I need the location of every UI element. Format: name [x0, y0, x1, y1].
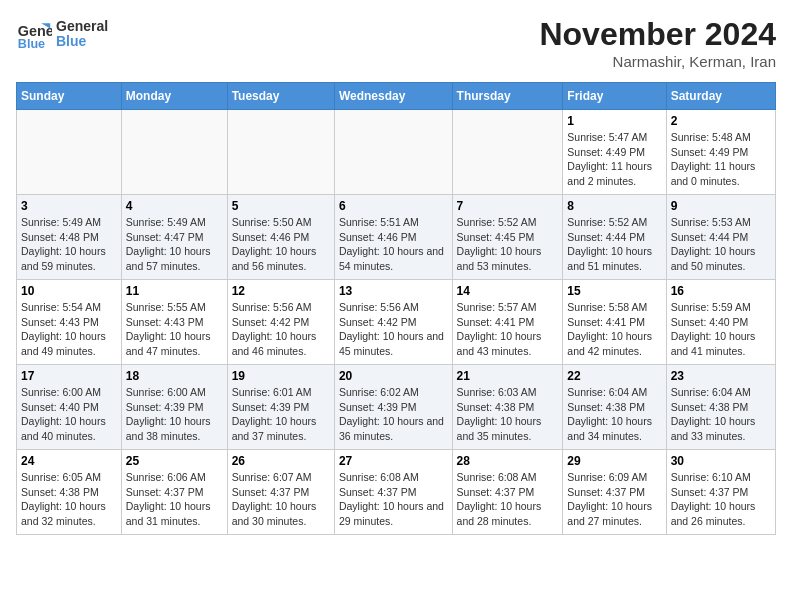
day-info: Sunrise: 6:09 AM Sunset: 4:37 PM Dayligh…	[567, 470, 661, 529]
calendar-header: SundayMondayTuesdayWednesdayThursdayFrid…	[17, 83, 776, 110]
calendar-cell: 26Sunrise: 6:07 AM Sunset: 4:37 PM Dayli…	[227, 450, 334, 535]
calendar-cell: 1Sunrise: 5:47 AM Sunset: 4:49 PM Daylig…	[563, 110, 666, 195]
day-number: 27	[339, 454, 448, 468]
day-info: Sunrise: 5:52 AM Sunset: 4:45 PM Dayligh…	[457, 215, 559, 274]
day-number: 18	[126, 369, 223, 383]
calendar-cell: 8Sunrise: 5:52 AM Sunset: 4:44 PM Daylig…	[563, 195, 666, 280]
calendar-cell: 9Sunrise: 5:53 AM Sunset: 4:44 PM Daylig…	[666, 195, 775, 280]
calendar-cell: 20Sunrise: 6:02 AM Sunset: 4:39 PM Dayli…	[334, 365, 452, 450]
svg-text:Blue: Blue	[18, 37, 45, 51]
weekday-header-tuesday: Tuesday	[227, 83, 334, 110]
calendar-cell: 14Sunrise: 5:57 AM Sunset: 4:41 PM Dayli…	[452, 280, 563, 365]
day-number: 6	[339, 199, 448, 213]
calendar-cell: 7Sunrise: 5:52 AM Sunset: 4:45 PM Daylig…	[452, 195, 563, 280]
day-number: 14	[457, 284, 559, 298]
day-number: 8	[567, 199, 661, 213]
day-info: Sunrise: 5:48 AM Sunset: 4:49 PM Dayligh…	[671, 130, 771, 189]
calendar-cell	[17, 110, 122, 195]
weekday-header-saturday: Saturday	[666, 83, 775, 110]
calendar-cell: 5Sunrise: 5:50 AM Sunset: 4:46 PM Daylig…	[227, 195, 334, 280]
day-info: Sunrise: 6:04 AM Sunset: 4:38 PM Dayligh…	[567, 385, 661, 444]
calendar-cell	[334, 110, 452, 195]
calendar-cell: 28Sunrise: 6:08 AM Sunset: 4:37 PM Dayli…	[452, 450, 563, 535]
logo-icon: General Blue	[16, 16, 52, 52]
day-number: 17	[21, 369, 117, 383]
day-info: Sunrise: 5:52 AM Sunset: 4:44 PM Dayligh…	[567, 215, 661, 274]
calendar-cell: 12Sunrise: 5:56 AM Sunset: 4:42 PM Dayli…	[227, 280, 334, 365]
calendar-body: 1Sunrise: 5:47 AM Sunset: 4:49 PM Daylig…	[17, 110, 776, 535]
day-number: 1	[567, 114, 661, 128]
day-info: Sunrise: 5:57 AM Sunset: 4:41 PM Dayligh…	[457, 300, 559, 359]
day-info: Sunrise: 6:02 AM Sunset: 4:39 PM Dayligh…	[339, 385, 448, 444]
weekday-header-wednesday: Wednesday	[334, 83, 452, 110]
calendar-cell: 18Sunrise: 6:00 AM Sunset: 4:39 PM Dayli…	[121, 365, 227, 450]
day-info: Sunrise: 5:56 AM Sunset: 4:42 PM Dayligh…	[232, 300, 330, 359]
calendar-cell: 6Sunrise: 5:51 AM Sunset: 4:46 PM Daylig…	[334, 195, 452, 280]
title-block: November 2024 Narmashir, Kerman, Iran	[539, 16, 776, 70]
day-number: 10	[21, 284, 117, 298]
calendar-cell: 23Sunrise: 6:04 AM Sunset: 4:38 PM Dayli…	[666, 365, 775, 450]
day-number: 30	[671, 454, 771, 468]
logo-line2: Blue	[56, 34, 108, 49]
calendar-cell: 24Sunrise: 6:05 AM Sunset: 4:38 PM Dayli…	[17, 450, 122, 535]
calendar-cell: 25Sunrise: 6:06 AM Sunset: 4:37 PM Dayli…	[121, 450, 227, 535]
day-info: Sunrise: 5:50 AM Sunset: 4:46 PM Dayligh…	[232, 215, 330, 274]
day-number: 13	[339, 284, 448, 298]
logo: General Blue General Blue	[16, 16, 108, 52]
weekday-header-thursday: Thursday	[452, 83, 563, 110]
calendar-cell: 16Sunrise: 5:59 AM Sunset: 4:40 PM Dayli…	[666, 280, 775, 365]
day-number: 2	[671, 114, 771, 128]
weekday-header-friday: Friday	[563, 83, 666, 110]
day-number: 28	[457, 454, 559, 468]
day-number: 3	[21, 199, 117, 213]
day-info: Sunrise: 5:58 AM Sunset: 4:41 PM Dayligh…	[567, 300, 661, 359]
calendar-cell: 2Sunrise: 5:48 AM Sunset: 4:49 PM Daylig…	[666, 110, 775, 195]
calendar-cell: 11Sunrise: 5:55 AM Sunset: 4:43 PM Dayli…	[121, 280, 227, 365]
day-info: Sunrise: 6:01 AM Sunset: 4:39 PM Dayligh…	[232, 385, 330, 444]
logo-text: General Blue	[56, 19, 108, 50]
day-info: Sunrise: 5:56 AM Sunset: 4:42 PM Dayligh…	[339, 300, 448, 359]
calendar-cell: 29Sunrise: 6:09 AM Sunset: 4:37 PM Dayli…	[563, 450, 666, 535]
logo-line1: General	[56, 19, 108, 34]
weekday-header-sunday: Sunday	[17, 83, 122, 110]
calendar-cell: 15Sunrise: 5:58 AM Sunset: 4:41 PM Dayli…	[563, 280, 666, 365]
calendar-week-4: 24Sunrise: 6:05 AM Sunset: 4:38 PM Dayli…	[17, 450, 776, 535]
page-subtitle: Narmashir, Kerman, Iran	[539, 53, 776, 70]
weekday-header-monday: Monday	[121, 83, 227, 110]
page-header: General Blue General Blue November 2024 …	[16, 16, 776, 70]
calendar-cell: 27Sunrise: 6:08 AM Sunset: 4:37 PM Dayli…	[334, 450, 452, 535]
calendar-cell: 22Sunrise: 6:04 AM Sunset: 4:38 PM Dayli…	[563, 365, 666, 450]
day-info: Sunrise: 5:54 AM Sunset: 4:43 PM Dayligh…	[21, 300, 117, 359]
day-info: Sunrise: 6:00 AM Sunset: 4:40 PM Dayligh…	[21, 385, 117, 444]
day-number: 7	[457, 199, 559, 213]
day-info: Sunrise: 5:51 AM Sunset: 4:46 PM Dayligh…	[339, 215, 448, 274]
day-number: 23	[671, 369, 771, 383]
day-number: 21	[457, 369, 559, 383]
calendar-week-0: 1Sunrise: 5:47 AM Sunset: 4:49 PM Daylig…	[17, 110, 776, 195]
day-info: Sunrise: 5:55 AM Sunset: 4:43 PM Dayligh…	[126, 300, 223, 359]
day-info: Sunrise: 6:05 AM Sunset: 4:38 PM Dayligh…	[21, 470, 117, 529]
day-info: Sunrise: 6:03 AM Sunset: 4:38 PM Dayligh…	[457, 385, 559, 444]
calendar-cell	[227, 110, 334, 195]
day-info: Sunrise: 5:59 AM Sunset: 4:40 PM Dayligh…	[671, 300, 771, 359]
day-info: Sunrise: 6:07 AM Sunset: 4:37 PM Dayligh…	[232, 470, 330, 529]
calendar-cell: 10Sunrise: 5:54 AM Sunset: 4:43 PM Dayli…	[17, 280, 122, 365]
day-info: Sunrise: 6:06 AM Sunset: 4:37 PM Dayligh…	[126, 470, 223, 529]
day-number: 22	[567, 369, 661, 383]
calendar-cell: 4Sunrise: 5:49 AM Sunset: 4:47 PM Daylig…	[121, 195, 227, 280]
calendar-table: SundayMondayTuesdayWednesdayThursdayFrid…	[16, 82, 776, 535]
day-number: 11	[126, 284, 223, 298]
day-number: 20	[339, 369, 448, 383]
day-info: Sunrise: 6:08 AM Sunset: 4:37 PM Dayligh…	[339, 470, 448, 529]
weekday-header-row: SundayMondayTuesdayWednesdayThursdayFrid…	[17, 83, 776, 110]
day-number: 5	[232, 199, 330, 213]
calendar-week-1: 3Sunrise: 5:49 AM Sunset: 4:48 PM Daylig…	[17, 195, 776, 280]
day-info: Sunrise: 6:00 AM Sunset: 4:39 PM Dayligh…	[126, 385, 223, 444]
day-number: 25	[126, 454, 223, 468]
day-number: 29	[567, 454, 661, 468]
day-number: 12	[232, 284, 330, 298]
day-info: Sunrise: 5:49 AM Sunset: 4:47 PM Dayligh…	[126, 215, 223, 274]
day-info: Sunrise: 5:47 AM Sunset: 4:49 PM Dayligh…	[567, 130, 661, 189]
calendar-week-3: 17Sunrise: 6:00 AM Sunset: 4:40 PM Dayli…	[17, 365, 776, 450]
calendar-cell: 13Sunrise: 5:56 AM Sunset: 4:42 PM Dayli…	[334, 280, 452, 365]
